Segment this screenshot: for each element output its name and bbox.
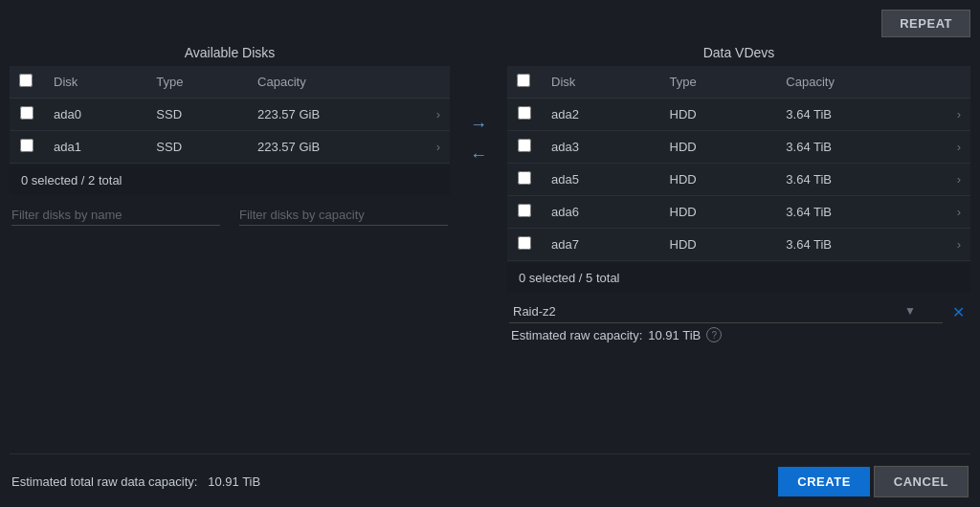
right-status-bar: 0 selected / 5 total [507, 263, 970, 293]
create-button[interactable]: CREATE [778, 467, 869, 496]
row-type: HDD [660, 164, 777, 196]
row-expand-icon[interactable]: › [427, 131, 450, 164]
right-estimated-row: Estimated raw capacity: 10.91 TiB ? [507, 327, 970, 342]
left-panel: Available Disks Disk Type Capacity [10, 45, 450, 444]
estimated-total-label: Estimated total raw data capacity: 10.91… [11, 474, 774, 489]
row-checkbox[interactable] [518, 139, 531, 152]
raid-row: Raid-z2 ▼ ✕ [507, 300, 970, 323]
row-capacity: 3.64 TiB [776, 229, 947, 261]
estimated-total-value: 10.91 TiB [208, 474, 260, 489]
row-type: SSD [146, 99, 248, 131]
right-select-all-checkbox[interactable] [517, 74, 530, 87]
left-col-capacity: Capacity [248, 66, 427, 99]
right-col-capacity: Capacity [776, 66, 947, 99]
right-panel: Data VDevs Disk Type Capacity [507, 45, 970, 444]
left-col-disk: Disk [44, 66, 146, 99]
row-checkbox[interactable] [518, 204, 531, 217]
row-disk: ada0 [44, 99, 146, 131]
row-checkbox-cell [507, 164, 542, 196]
row-checkbox-cell [10, 131, 44, 164]
row-disk: ada3 [542, 131, 660, 164]
row-disk: ada1 [44, 131, 146, 164]
row-checkbox-cell [10, 99, 44, 131]
row-type: HDD [660, 99, 777, 131]
row-capacity: 3.64 TiB [776, 99, 947, 131]
data-vdevs-table: Disk Type Capacity ada2 HDD 3.64 TiB › a… [507, 66, 970, 261]
main-container: REPEAT Available Disks Disk Type Capacit… [0, 0, 980, 507]
row-checkbox[interactable] [518, 236, 531, 250]
move-left-button[interactable]: ← [462, 143, 495, 167]
table-row: ada6 HDD 3.64 TiB › [507, 196, 970, 229]
row-capacity: 223.57 GiB [248, 99, 427, 131]
row-checkbox[interactable] [518, 171, 531, 185]
move-right-button[interactable]: → [462, 112, 495, 137]
row-type: HDD [660, 131, 777, 164]
row-checkbox[interactable] [20, 106, 33, 120]
table-row: ada1 SSD 223.57 GiB › [10, 131, 450, 164]
row-capacity: 3.64 TiB [776, 131, 947, 164]
row-checkbox-cell [507, 99, 542, 131]
row-expand-icon[interactable]: › [947, 131, 970, 164]
row-disk: ada7 [542, 229, 660, 261]
filter-capacity-input[interactable] [239, 205, 448, 226]
row-type: SSD [146, 131, 248, 164]
table-row: ada0 SSD 223.57 GiB › [10, 99, 450, 131]
left-panel-title: Available Disks [10, 45, 450, 60]
row-checkbox-cell [507, 131, 542, 164]
row-checkbox-cell [507, 229, 542, 261]
table-row: ada7 HDD 3.64 TiB › [507, 229, 970, 261]
arrows-column: → ← [450, 45, 507, 444]
raid-type-select[interactable]: Raid-z2 ▼ [509, 300, 943, 323]
row-capacity: 3.64 TiB [776, 196, 947, 229]
raid-type-value: Raid-z2 [513, 304, 556, 319]
cancel-button[interactable]: CANCEL [874, 466, 969, 497]
right-estimated-value: 10.91 TiB [648, 328, 701, 342]
top-bar: REPEAT [10, 10, 970, 37]
right-col-expand [947, 66, 970, 99]
row-expand-icon[interactable]: › [427, 99, 450, 131]
row-capacity: 223.57 GiB [248, 131, 427, 164]
raid-remove-button[interactable]: ✕ [948, 303, 969, 321]
row-expand-icon[interactable]: › [947, 164, 970, 196]
left-status-bar: 0 selected / 2 total [10, 165, 450, 195]
row-expand-icon[interactable]: › [947, 99, 970, 131]
estimated-total-text: Estimated total raw data capacity: [11, 474, 197, 489]
right-top-bar: Data VDevs [507, 45, 970, 60]
row-type: HDD [660, 229, 777, 261]
right-col-check [507, 66, 542, 99]
right-selected-count: 0 selected / 5 total [519, 271, 620, 285]
left-select-all-checkbox[interactable] [19, 74, 33, 87]
row-checkbox[interactable] [518, 106, 531, 120]
filter-row [10, 205, 450, 226]
right-col-disk: Disk [542, 66, 660, 99]
row-disk: ada5 [542, 164, 660, 196]
left-col-expand [427, 66, 450, 99]
row-capacity: 3.64 TiB [776, 164, 947, 196]
repeat-button[interactable]: REPEAT [881, 10, 970, 37]
left-col-check [10, 66, 44, 99]
row-checkbox[interactable] [20, 139, 33, 152]
right-col-type: Type [660, 66, 777, 99]
row-expand-icon[interactable]: › [947, 229, 970, 261]
filter-name-input[interactable] [11, 205, 220, 226]
right-estimated-label: Estimated raw capacity: [511, 328, 642, 342]
raid-chevron-icon: ▼ [904, 304, 916, 318]
bottom-bar: Estimated total raw data capacity: 10.91… [10, 453, 970, 507]
left-col-type: Type [146, 66, 248, 99]
info-icon[interactable]: ? [706, 327, 722, 342]
table-row: ada5 HDD 3.64 TiB › [507, 164, 970, 196]
left-selected-count: 0 selected / 2 total [21, 173, 122, 187]
row-disk: ada6 [542, 196, 660, 229]
available-disks-table: Disk Type Capacity ada0 SSD 223.57 GiB ›… [10, 66, 450, 164]
content-area: Available Disks Disk Type Capacity [10, 45, 970, 444]
row-type: HDD [660, 196, 777, 229]
row-disk: ada2 [542, 99, 660, 131]
table-row: ada3 HDD 3.64 TiB › [507, 131, 970, 164]
row-checkbox-cell [507, 196, 542, 229]
right-panel-title: Data VDevs [507, 45, 970, 60]
row-expand-icon[interactable]: › [947, 196, 970, 229]
table-row: ada2 HDD 3.64 TiB › [507, 99, 970, 131]
